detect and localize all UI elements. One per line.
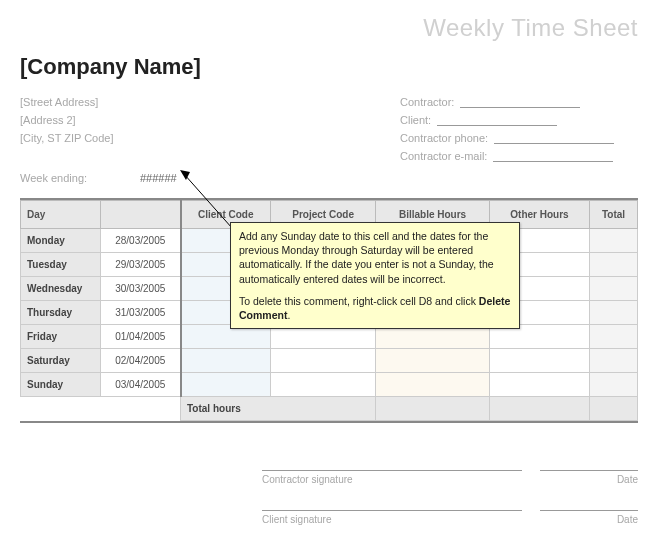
date-cell[interactable]: 29/03/2005 bbox=[101, 253, 181, 277]
client-label: Client: bbox=[400, 114, 431, 126]
date-cell[interactable]: 03/04/2005 bbox=[101, 373, 181, 397]
phone-field: Contractor phone: bbox=[400, 132, 614, 144]
date-cell[interactable]: 28/03/2005 bbox=[101, 229, 181, 253]
page-title: Weekly Time Sheet bbox=[423, 14, 638, 42]
day-cell: Tuesday bbox=[21, 253, 101, 277]
client-field: Client: bbox=[400, 114, 557, 126]
day-cell: Sunday bbox=[21, 373, 101, 397]
day-cell: Wednesday bbox=[21, 277, 101, 301]
total-other bbox=[489, 397, 589, 421]
contractor-sig-line[interactable] bbox=[262, 470, 522, 471]
client-date-label: Date bbox=[540, 514, 638, 525]
total-row: Total hours bbox=[21, 397, 638, 421]
grand-total bbox=[590, 397, 638, 421]
client-code-cell[interactable] bbox=[181, 373, 271, 397]
date-cell[interactable]: 30/03/2005 bbox=[101, 277, 181, 301]
client-line[interactable] bbox=[437, 125, 557, 126]
other-cell[interactable] bbox=[489, 349, 589, 373]
total-cell bbox=[590, 229, 638, 253]
client-sig-line[interactable] bbox=[262, 510, 522, 511]
company-name: [Company Name] bbox=[20, 54, 201, 80]
header-total: Total bbox=[590, 201, 638, 229]
day-cell: Thursday bbox=[21, 301, 101, 325]
comment-para1: Add any Sunday date to this cell and the… bbox=[239, 229, 511, 286]
date-cell[interactable]: 01/04/2005 bbox=[101, 325, 181, 349]
contractor-field: Contractor: bbox=[400, 96, 580, 108]
day-cell: Saturday bbox=[21, 349, 101, 373]
client-code-cell[interactable] bbox=[181, 349, 271, 373]
project-code-cell[interactable] bbox=[271, 373, 376, 397]
table-row: Sunday03/04/2005 bbox=[21, 373, 638, 397]
total-cell bbox=[590, 301, 638, 325]
email-line[interactable] bbox=[493, 161, 613, 162]
total-cell bbox=[590, 325, 638, 349]
client-date-line[interactable] bbox=[540, 510, 638, 511]
svg-marker-1 bbox=[180, 170, 190, 180]
email-label: Contractor e-mail: bbox=[400, 150, 487, 162]
week-ending-label: Week ending: bbox=[20, 172, 87, 184]
cell-comment-tooltip: Add any Sunday date to this cell and the… bbox=[230, 222, 520, 329]
week-ending-cell[interactable]: ###### bbox=[140, 172, 177, 184]
table-row: Saturday02/04/2005 bbox=[21, 349, 638, 373]
billable-cell[interactable] bbox=[376, 373, 490, 397]
client-sig-label: Client signature bbox=[262, 514, 331, 525]
day-cell: Friday bbox=[21, 325, 101, 349]
comment-para2: To delete this comment, right-click cell… bbox=[239, 294, 511, 322]
street-address: [Street Address] bbox=[20, 96, 98, 108]
other-cell[interactable] bbox=[489, 373, 589, 397]
contractor-sig-label: Contractor signature bbox=[262, 474, 353, 485]
date-cell[interactable]: 02/04/2005 bbox=[101, 349, 181, 373]
billable-cell[interactable] bbox=[376, 349, 490, 373]
total-cell bbox=[590, 253, 638, 277]
day-cell: Monday bbox=[21, 229, 101, 253]
contractor-date-label: Date bbox=[540, 474, 638, 485]
total-hours-label: Total hours bbox=[181, 397, 376, 421]
header-day: Day bbox=[21, 201, 101, 229]
project-code-cell[interactable] bbox=[271, 349, 376, 373]
total-cell bbox=[590, 349, 638, 373]
contractor-line[interactable] bbox=[460, 107, 580, 108]
phone-label: Contractor phone: bbox=[400, 132, 488, 144]
address-2: [Address 2] bbox=[20, 114, 76, 126]
city-st-zip: [City, ST ZIP Code] bbox=[20, 132, 114, 144]
contractor-date-line[interactable] bbox=[540, 470, 638, 471]
contractor-label: Contractor: bbox=[400, 96, 454, 108]
total-cell bbox=[590, 373, 638, 397]
email-field: Contractor e-mail: bbox=[400, 150, 613, 162]
total-billable bbox=[376, 397, 490, 421]
header-date bbox=[101, 201, 181, 229]
phone-line[interactable] bbox=[494, 143, 614, 144]
date-cell[interactable]: 31/03/2005 bbox=[101, 301, 181, 325]
total-cell bbox=[590, 277, 638, 301]
